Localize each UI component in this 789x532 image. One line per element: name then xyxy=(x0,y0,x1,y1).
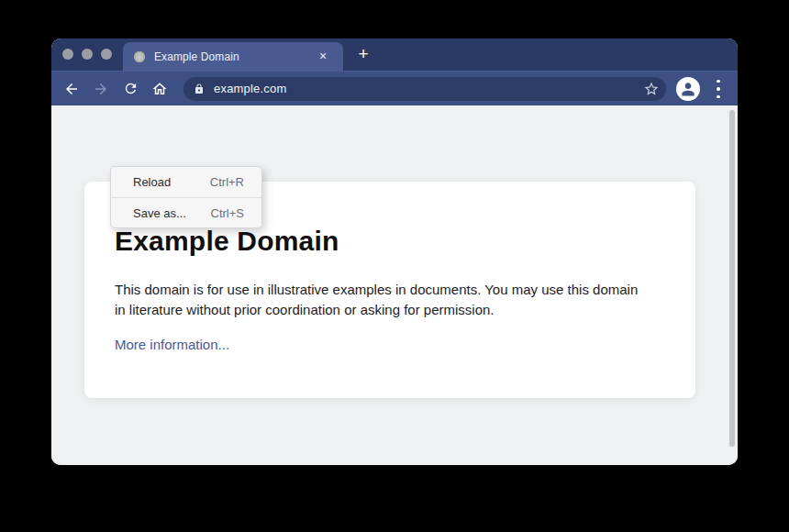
browser-tab[interactable]: Example Domain × xyxy=(123,42,343,71)
page-viewport: Example Domain This domain is for use in… xyxy=(51,105,738,465)
menu-item-reload[interactable]: Reload Ctrl+R xyxy=(111,167,261,197)
home-button[interactable] xyxy=(149,78,171,100)
menu-item-save-as[interactable]: Save as... Ctrl+S xyxy=(111,197,261,227)
menu-item-label: Reload xyxy=(133,175,171,189)
tab-close-icon[interactable]: × xyxy=(316,49,330,63)
back-button[interactable] xyxy=(61,78,83,100)
address-bar[interactable]: example.com xyxy=(183,77,666,101)
person-icon xyxy=(679,80,697,98)
scrollbar-thumb[interactable] xyxy=(729,110,735,447)
url-text: example.com xyxy=(214,82,287,95)
tab-title: Example Domain xyxy=(154,50,239,63)
window-minimize-button[interactable] xyxy=(82,49,93,60)
favicon-globe-icon xyxy=(134,51,145,62)
profile-avatar-button[interactable] xyxy=(676,77,700,101)
page-paragraph: This domain is for use in illustrative e… xyxy=(115,280,650,320)
context-menu: Reload Ctrl+R Save as... Ctrl+S xyxy=(110,166,262,228)
forward-arrow-icon xyxy=(93,81,109,97)
browser-toolbar: example.com xyxy=(51,71,738,105)
home-icon xyxy=(151,81,168,97)
window-maximize-button[interactable] xyxy=(101,49,112,60)
more-information-link[interactable]: More information... xyxy=(115,337,229,352)
lock-icon[interactable] xyxy=(194,83,205,94)
browser-menu-button[interactable] xyxy=(715,80,722,98)
star-icon xyxy=(643,81,660,97)
reload-icon xyxy=(123,81,139,96)
reload-button[interactable] xyxy=(119,78,141,100)
window-controls xyxy=(62,49,112,60)
back-arrow-icon xyxy=(63,81,80,97)
window-close-button[interactable] xyxy=(62,49,73,60)
page-heading: Example Domain xyxy=(115,226,339,257)
bookmark-star-button[interactable] xyxy=(643,81,660,101)
menu-item-label: Save as... xyxy=(133,206,186,220)
menu-item-shortcut: Ctrl+S xyxy=(211,206,244,220)
menu-item-shortcut: Ctrl+R xyxy=(210,175,244,189)
forward-button[interactable] xyxy=(90,78,112,100)
new-tab-button[interactable]: + xyxy=(354,45,372,63)
browser-window: Example Domain × + example.com xyxy=(51,39,738,465)
tab-strip: Example Domain × + xyxy=(51,39,738,71)
